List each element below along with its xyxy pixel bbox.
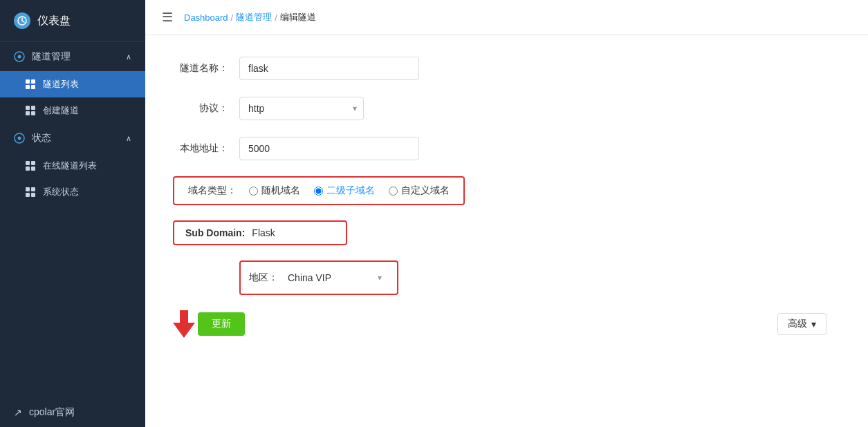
- protocol-row: 协议： http https tcp udp ▾: [173, 96, 840, 121]
- advanced-button[interactable]: 高级 ▾: [777, 313, 827, 335]
- advanced-chevron-icon: ▾: [811, 319, 816, 330]
- radio-random-domain[interactable]: 随机域名: [249, 184, 300, 197]
- radio-subdomain-input[interactable]: [314, 187, 323, 196]
- protocol-label: 协议：: [173, 102, 228, 115]
- tunnel-name-label: 隧道名称：: [173, 62, 228, 75]
- dashboard-label: 仪表盘: [37, 14, 71, 28]
- subdomain-input[interactable]: [252, 227, 335, 238]
- advanced-button-label: 高级: [788, 318, 807, 330]
- sidebar-item-tunnel-list[interactable]: 隧道列表: [0, 71, 145, 97]
- advanced-button-wrapper: 高级 ▾: [777, 313, 827, 335]
- system-status-icon: [25, 187, 36, 198]
- region-select[interactable]: China VIP China US: [285, 267, 389, 288]
- update-button-wrapper: 更新: [173, 310, 245, 338]
- region-row: 地区： China VIP China US ▾: [173, 260, 840, 295]
- sidebar: 仪表盘 隧道管理 ∧ 隧道列表 创建隧道: [0, 0, 145, 427]
- domain-type-radio-group: 随机域名 二级子域名 自定义域名: [249, 184, 450, 197]
- radio-random-input[interactable]: [249, 187, 258, 196]
- online-list-icon: [25, 160, 36, 171]
- domain-type-label: 域名类型：: [188, 184, 237, 197]
- main-content: ☰ Dashboard / 隧道管理 / 编辑隧道 隧道名称： 协议： http…: [145, 0, 868, 427]
- update-button[interactable]: 更新: [198, 312, 245, 336]
- svg-point-4: [18, 137, 21, 140]
- local-addr-input[interactable]: [239, 137, 419, 160]
- system-status-label: 系统状态: [43, 186, 79, 198]
- protocol-select-wrapper: http https tcp udp ▾: [239, 97, 364, 120]
- radio-custom-input[interactable]: [389, 187, 398, 196]
- tunnel-name-input[interactable]: [239, 57, 419, 80]
- status-group[interactable]: 状态 ∧: [0, 124, 145, 153]
- subdomain-label: Sub Domain:: [185, 227, 245, 238]
- region-box-wrapper: 地区： China VIP China US ▾: [239, 260, 398, 295]
- tunnel-management-arrow: ∧: [126, 53, 131, 61]
- sidebar-item-create-tunnel[interactable]: 创建隧道: [0, 97, 145, 124]
- region-label: 地区：: [249, 272, 278, 284]
- breadcrumb-dashboard[interactable]: Dashboard: [184, 12, 228, 23]
- radio-custom-domain[interactable]: 自定义域名: [389, 184, 450, 197]
- svg-point-2: [18, 55, 21, 59]
- tunnel-list-icon: [25, 79, 36, 90]
- subdomain-box: Sub Domain:: [173, 220, 347, 245]
- bottom-row: 更新 高级 ▾: [173, 310, 840, 338]
- status-label: 状态: [32, 132, 51, 144]
- breadcrumb-sep-2: /: [275, 12, 277, 23]
- sidebar-item-system-status[interactable]: 系统状态: [0, 179, 145, 205]
- tunnel-management-icon: [14, 51, 25, 62]
- local-addr-row: 本地地址：: [173, 136, 840, 161]
- radio-random-label: 随机域名: [261, 184, 300, 197]
- subdomain-row: Sub Domain:: [173, 220, 840, 245]
- svg-marker-5: [173, 310, 195, 338]
- breadcrumb-tunnel-management[interactable]: 隧道管理: [236, 11, 272, 23]
- breadcrumb-sep-1: /: [231, 12, 234, 23]
- topbar: ☰ Dashboard / 隧道管理 / 编辑隧道: [145, 0, 868, 35]
- breadcrumb-current: 编辑隧道: [280, 11, 316, 23]
- create-tunnel-icon: [25, 105, 36, 116]
- breadcrumb: Dashboard / 隧道管理 / 编辑隧道: [184, 11, 316, 23]
- local-addr-label: 本地地址：: [173, 142, 228, 155]
- status-section: 状态 ∧ 在线隧道列表 系统状态: [0, 124, 145, 205]
- sidebar-item-online-list[interactable]: 在线隧道列表: [0, 153, 145, 179]
- cpolar-website-label: cpolar官网: [29, 406, 75, 419]
- external-link-icon: ↗: [14, 407, 22, 418]
- red-arrow-indicator: [173, 310, 195, 338]
- radio-custom-label: 自定义域名: [401, 184, 450, 197]
- sidebar-logo[interactable]: 仪表盘: [0, 0, 145, 42]
- dashboard-icon: [14, 12, 30, 29]
- tunnel-name-row: 隧道名称：: [173, 56, 840, 81]
- tunnel-list-label: 隧道列表: [43, 78, 79, 91]
- tunnel-management-section: 隧道管理 ∧ 隧道列表 创建隧道: [0, 42, 145, 124]
- cpolar-website-link[interactable]: ↗ cpolar官网: [0, 398, 145, 427]
- region-select-wrapper: China VIP China US ▾: [285, 267, 389, 288]
- online-list-label: 在线隧道列表: [43, 160, 97, 172]
- domain-type-row: 域名类型： 随机域名 二级子域名 自定义域名: [173, 176, 840, 205]
- menu-icon[interactable]: ☰: [162, 10, 173, 25]
- domain-type-box: 域名类型： 随机域名 二级子域名 自定义域名: [173, 176, 465, 205]
- protocol-select[interactable]: http https tcp udp: [239, 97, 364, 120]
- radio-subdomain-label: 二级子域名: [326, 184, 375, 197]
- region-box: 地区： China VIP China US ▾: [239, 260, 398, 295]
- status-arrow: ∧: [126, 134, 131, 143]
- create-tunnel-label: 创建隧道: [43, 104, 79, 117]
- radio-subdomain[interactable]: 二级子域名: [314, 184, 375, 197]
- tunnel-management-label: 隧道管理: [32, 50, 71, 63]
- edit-tunnel-form: 隧道名称： 协议： http https tcp udp ▾ 本地地址：: [145, 35, 868, 427]
- status-icon: [14, 133, 25, 144]
- tunnel-management-group[interactable]: 隧道管理 ∧: [0, 42, 145, 71]
